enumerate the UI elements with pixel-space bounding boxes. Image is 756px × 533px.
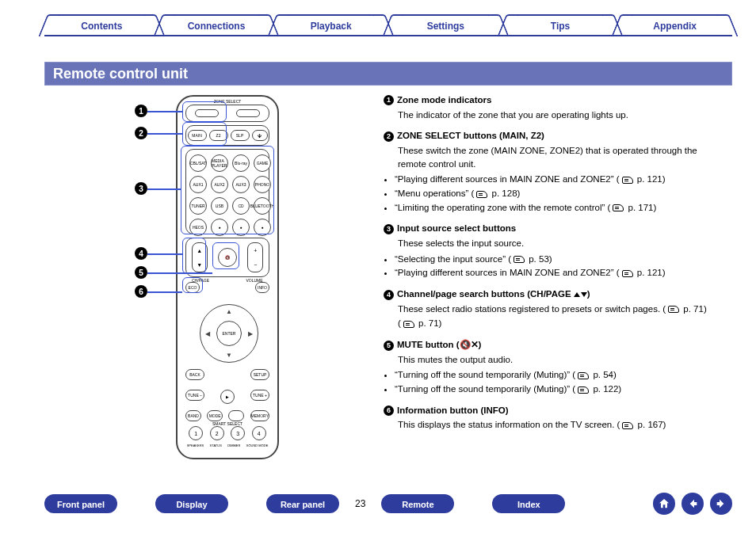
top-tab-row: Contents Connections Playback Settings T… <box>44 14 732 36</box>
tab-label: Contents <box>52 14 151 36</box>
callout-3: 3 <box>135 182 147 195</box>
desc-bullet: “Selecting the input source” ( p. 53) <box>395 253 724 266</box>
desc-body: The indicator of the zone that you are o… <box>398 109 724 122</box>
input-source-btn: CBL/SAT <box>189 154 207 172</box>
page-ref-icon <box>578 372 589 379</box>
section-header: Remote control unit <box>44 62 732 86</box>
item-number-badge: 5 <box>384 341 394 351</box>
item-number-badge: 1 <box>384 95 394 105</box>
page-ref-icon <box>476 191 487 198</box>
tab-playback[interactable]: Playback <box>273 14 388 35</box>
input-source-btn: Blu-ray <box>232 154 250 172</box>
page-ref-icon <box>403 321 414 328</box>
home-button[interactable] <box>653 493 675 515</box>
page-ref-icon <box>578 386 589 394</box>
input-source-btn: GAME <box>254 154 271 172</box>
desc-body: These select radio stations registered t… <box>398 303 724 316</box>
zone-indicator-panel <box>185 105 269 122</box>
item-number-badge: 6 <box>384 405 394 416</box>
callout-6: 6 <box>135 285 147 298</box>
desc-bullet: “Playing different sources in MAIN ZONE … <box>395 266 724 280</box>
input-source-panel: CBL/SATMEDIA PLAYERBlu-rayGAMEAUX1AUX2AU… <box>185 149 269 234</box>
input-source-btn: AUX2 <box>211 176 228 193</box>
input-source-btn: AUX3 <box>232 176 250 193</box>
desc-pageref: ( p. 71) <box>398 317 724 330</box>
desc-item-4: 4Channel/page search buttons (CH/PAGE )T… <box>384 287 724 330</box>
page-ref-icon <box>622 422 633 429</box>
callout-5: 5 <box>135 266 147 279</box>
item-number-badge: 3 <box>384 224 394 234</box>
page-ref-icon <box>622 177 633 184</box>
chpage-vol-panel: ▲▼ 🔇 +− CH/PAGE VOLUME <box>185 238 269 277</box>
next-page-button[interactable] <box>710 493 732 515</box>
item-number-badge: 4 <box>384 290 394 300</box>
prev-page-button[interactable] <box>682 493 704 515</box>
volume-buttons: +− <box>247 242 263 272</box>
caret-down-icon <box>581 292 587 297</box>
desc-title: Information button (INFO) <box>397 405 509 415</box>
description-column: 1Zone mode indicatorsThe indicator of th… <box>384 93 724 440</box>
desc-bullet: “Limiting the operating zone with the re… <box>395 201 724 215</box>
zone-select-panel: MAIN Z2 SLP ⏻ <box>185 125 269 146</box>
home-icon <box>658 497 670 510</box>
arrow-right-icon <box>715 497 727 510</box>
tab-settings[interactable]: Settings <box>388 14 503 35</box>
mute-button: 🔇 <box>218 248 237 267</box>
desc-item-6: 6Information button (INFO)This displays … <box>384 404 724 432</box>
input-source-btn: MEDIA PLAYER <box>211 154 228 172</box>
zone-select-label: ZONE SELECT <box>178 99 277 104</box>
input-source-btn: TUNER <box>189 197 207 215</box>
tab-tips[interactable]: Tips <box>503 14 618 35</box>
nav-front-panel[interactable]: Front panel <box>44 494 117 513</box>
tab-appendix[interactable]: Appendix <box>617 14 732 35</box>
tab-label: Tips <box>511 14 610 36</box>
caret-up-icon <box>574 292 580 297</box>
desc-bullets: “Playing different sources in MAIN ZONE … <box>384 173 724 214</box>
bottom-nav: Front panel Display Rear panel 23 Remote… <box>44 492 732 516</box>
input-source-btn: HEOS <box>189 219 207 236</box>
desc-bullets: “Turning off the sound temporarily (Muti… <box>384 368 724 395</box>
desc-body: These switch the zone (MAIN ZONE, ZONE2)… <box>398 144 724 170</box>
desc-title: ZONE SELECT buttons (MAIN, Z2) <box>397 131 544 140</box>
nav-remote[interactable]: Remote <box>381 494 454 513</box>
input-source-btn: BLUETOOTH <box>254 197 271 215</box>
tab-connections[interactable]: Connections <box>159 14 274 35</box>
input-source-btn: ● <box>211 219 228 236</box>
remote-illustration: ZONE SELECT MAIN Z2 SLP ⏻ CBL/SATMEDIA P… <box>135 95 372 467</box>
desc-item-3: 3Input source select buttonsThese select… <box>384 222 724 280</box>
page-ref-icon <box>668 306 679 313</box>
nav-index[interactable]: Index <box>492 494 565 513</box>
remote-body: ZONE SELECT MAIN Z2 SLP ⏻ CBL/SATMEDIA P… <box>176 95 279 459</box>
page-ref-icon <box>622 270 633 277</box>
page-number: 23 <box>355 498 365 509</box>
desc-body: This displays the status information on … <box>398 418 724 432</box>
callout-2: 2 <box>135 127 147 139</box>
desc-item-2: 2ZONE SELECT buttons (MAIN, Z2)These swi… <box>384 129 724 214</box>
desc-bullet: “Playing different sources in MAIN ZONE … <box>395 173 724 186</box>
input-source-btn: AUX1 <box>189 176 207 193</box>
tab-label: Appendix <box>625 14 724 36</box>
input-source-btn: CD <box>232 197 250 215</box>
desc-title: Input source select buttons <box>397 223 516 233</box>
tab-label: Connections <box>167 14 266 36</box>
nav-rear-panel[interactable]: Rear panel <box>266 494 339 513</box>
tab-contents[interactable]: Contents <box>44 14 159 35</box>
desc-bullet: “Turning off the sound temporarily (Muti… <box>395 368 724 382</box>
nav-display[interactable]: Display <box>155 494 228 513</box>
desc-title: MUTE button (🔇✕) <box>397 340 481 349</box>
desc-item-5: 5MUTE button (🔇✕)This mutes the output a… <box>384 338 724 396</box>
desc-body: This mutes the output audio. <box>398 353 724 367</box>
page-ref-icon <box>613 204 624 211</box>
desc-title: Channel/page search buttons (CH/PAGE ) <box>397 289 590 299</box>
item-number-badge: 2 <box>384 131 394 142</box>
input-source-btn: ● <box>254 219 271 236</box>
arrow-left-icon <box>686 497 699 510</box>
tab-label: Playback <box>281 14 380 36</box>
nav-ring: ▲ ▼ ◀ ▶ ENTER <box>200 304 258 363</box>
desc-bullet: “Menu operations” ( p. 128) <box>395 187 724 200</box>
page-ref-icon <box>514 256 525 263</box>
tab-label: Settings <box>396 14 495 36</box>
desc-title: Zone mode indicators <box>397 95 492 105</box>
desc-bullets: “Selecting the input source” ( p. 53)“Pl… <box>384 253 724 280</box>
input-source-btn: PHONO <box>254 176 271 193</box>
